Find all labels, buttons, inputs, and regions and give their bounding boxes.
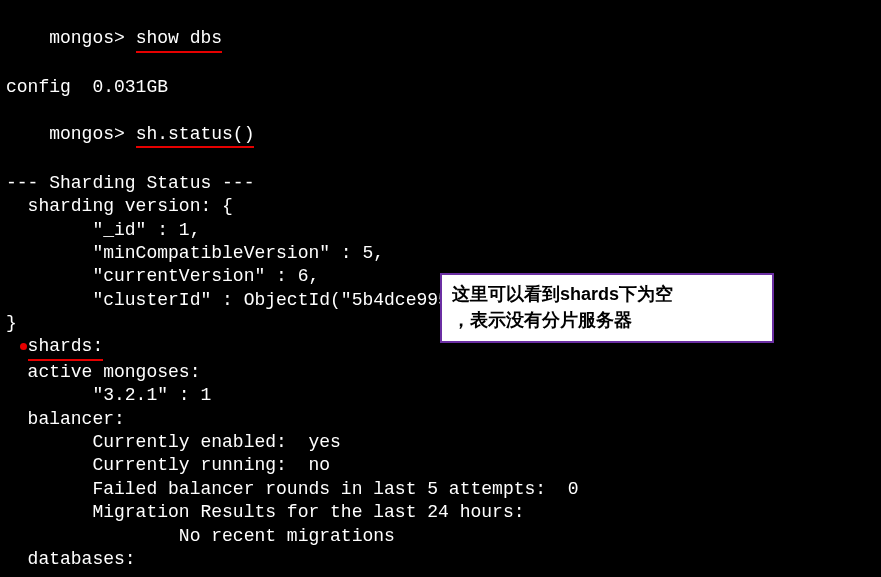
balancer-failed: Failed balancer rounds in last 5 attempt… [6,478,875,501]
status-header: --- Sharding Status --- [6,172,875,195]
shards-label: shards: [28,335,104,360]
annotation-line-1: 这里可以看到shards下为空 [452,281,762,307]
mongoses-version: "3.2.1" : 1 [6,384,875,407]
balancer-label: balancer: [6,408,875,431]
prompt-line-3[interactable]: mongos> [6,571,875,577]
sharding-version-open: sharding version: { [6,195,875,218]
output-config-db: config 0.031GB [6,76,875,99]
prompt: mongos> [49,124,125,144]
command-sh-status: sh.status() [136,123,255,148]
sv-min: "minCompatibleVersion" : 5, [6,242,875,265]
balancer-migration-header: Migration Results for the last 24 hours: [6,501,875,524]
annotation-line-2: ，表示没有分片服务器 [452,307,762,333]
balancer-running: Currently running: no [6,454,875,477]
balancer-enabled: Currently enabled: yes [6,431,875,454]
command-show-dbs: show dbs [136,27,222,52]
annotation-callout: 这里可以看到shards下为空 ，表示没有分片服务器 [440,273,774,343]
active-mongoses: active mongoses: [6,361,875,384]
sv-id: "_id" : 1, [6,219,875,242]
balancer-migration-none: No recent migrations [6,525,875,548]
prompt: mongos> [49,28,125,48]
prompt-line-1[interactable]: mongos> show dbs [6,4,875,76]
databases-label: databases: [6,548,875,571]
prompt-line-2[interactable]: mongos> sh.status() [6,100,875,172]
